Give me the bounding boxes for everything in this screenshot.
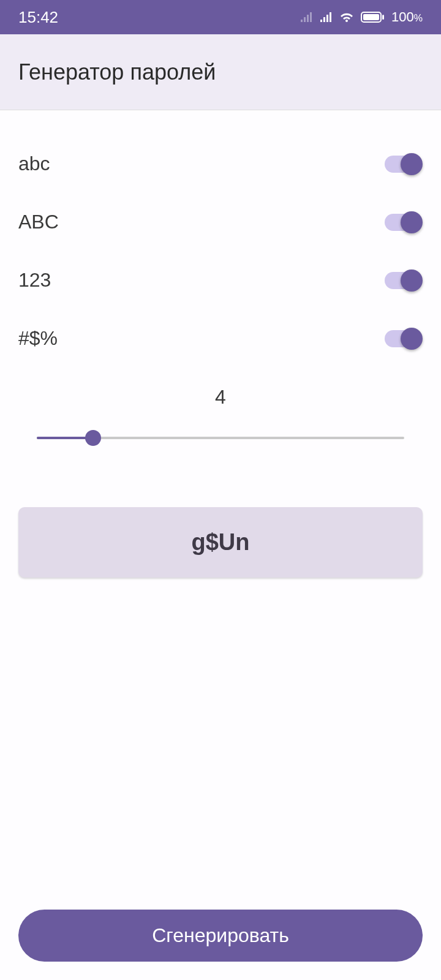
option-row-numbers: 123 [18,251,423,309]
toggle-uppercase[interactable] [385,211,423,233]
toggle-numbers[interactable] [385,270,423,292]
toggle-lowercase[interactable] [385,153,423,175]
svg-rect-2 [382,15,384,20]
option-row-symbols: #$% [18,309,423,368]
generated-password: g$Un [192,529,250,555]
length-section: 4 [18,386,423,446]
option-row-lowercase: abc [18,135,423,193]
battery-text: 100% [391,9,423,25]
app-header: Генератор паролей [0,34,441,110]
option-label: #$% [18,327,58,350]
option-label: ABC [18,211,59,233]
password-display[interactable]: g$Un [18,507,423,578]
page-title: Генератор паролей [18,59,216,85]
battery-icon [361,11,385,23]
wifi-icon [339,11,355,23]
status-time: 15:42 [18,8,58,27]
option-row-uppercase: ABC [18,193,423,251]
toggle-symbols[interactable] [385,328,423,350]
generate-button-label: Сгенерировать [152,924,289,947]
status-icons: 100% [300,9,423,25]
status-bar: 15:42 100% [0,0,441,34]
svg-rect-1 [363,14,379,20]
option-label: abc [18,153,50,175]
content-area: abc ABC 123 #$% 4 [0,110,441,910]
signal-icon [319,11,333,23]
generate-button[interactable]: Сгенерировать [18,910,423,962]
option-label: 123 [18,269,51,292]
length-value: 4 [215,386,226,409]
length-slider[interactable] [18,430,423,446]
signal-weak-icon [300,11,313,23]
